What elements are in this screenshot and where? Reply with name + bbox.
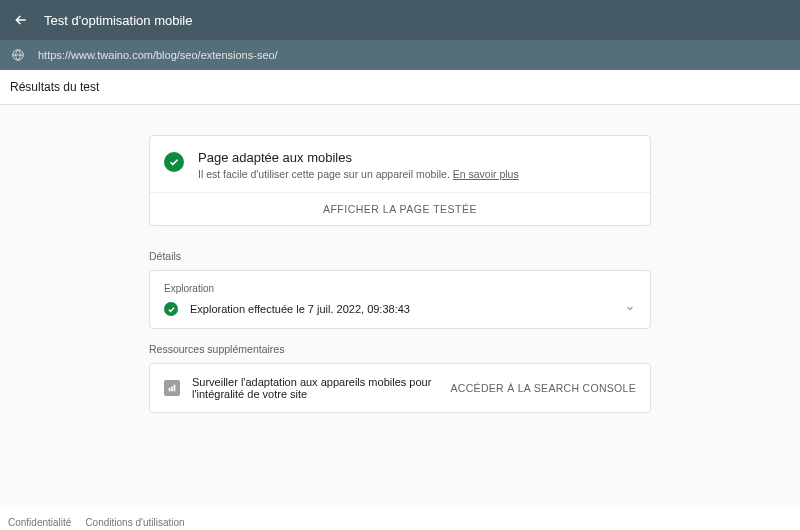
exploration-card[interactable]: Exploration Exploration effectuée le 7 j… [149,270,651,329]
result-title: Page adaptée aux mobiles [198,150,519,165]
app-title: Test d'optimisation mobile [44,13,192,28]
details-label: Détails [149,250,651,262]
exploration-text: Exploration effectuée le 7 juil. 2022, 0… [190,303,410,315]
globe-icon [10,47,26,63]
footer: Confidentialité Conditions d'utilisation [0,513,800,530]
url-bar: https://www.twaino.com/blog/seo/extensio… [0,40,800,70]
check-icon [164,302,178,316]
privacy-link[interactable]: Confidentialité [8,517,71,528]
result-card: Page adaptée aux mobiles Il est facile d… [149,135,651,226]
tested-url: https://www.twaino.com/blog/seo/extensio… [38,49,278,61]
svg-rect-3 [174,385,176,392]
learn-more-link[interactable]: En savoir plus [453,168,519,180]
search-console-button[interactable]: ACCÉDER À LA SEARCH CONSOLE [451,382,636,394]
results-heading: Résultats du test [0,70,800,105]
result-subtitle: Il est facile d'utiliser cette page sur … [198,168,519,180]
view-tested-page-button[interactable]: AFFICHER LA PAGE TESTÉE [150,192,650,225]
back-arrow-icon[interactable] [12,11,30,29]
app-header: Test d'optimisation mobile [0,0,800,40]
bar-chart-icon [164,380,180,396]
content-area: Page adaptée aux mobiles Il est facile d… [0,105,800,505]
terms-link[interactable]: Conditions d'utilisation [85,517,184,528]
resources-label: Ressources supplémentaires [149,343,651,355]
monitor-text: Surveiller l'adaptation aux appareils mo… [192,376,451,400]
svg-rect-2 [171,386,173,391]
svg-rect-1 [169,388,171,391]
resource-card: Surveiller l'adaptation aux appareils mo… [149,363,651,413]
chevron-down-icon[interactable] [624,302,636,316]
check-icon [164,152,184,172]
exploration-header: Exploration [164,283,636,294]
